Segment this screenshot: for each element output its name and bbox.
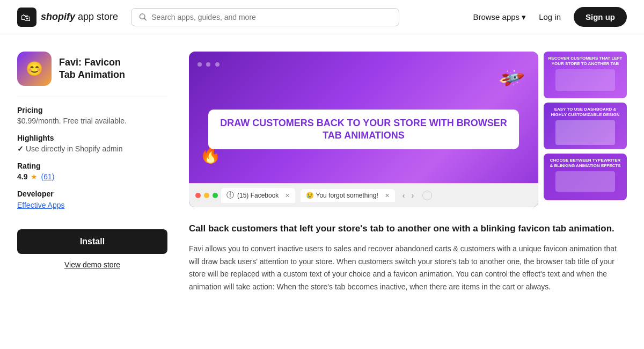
signup-button[interactable]: Sign up	[574, 7, 627, 27]
description-body: Favi allows you to convert inactive user…	[189, 243, 627, 294]
address-bar-icon	[422, 191, 432, 200]
hero-main-image: 🚀 DRAW CUSTOMERS BACK TO YOUR STORE WITH…	[189, 52, 538, 207]
thumbnail-3-title: CHOOSE BETWEEN TYPEWRITER & BLINKING ANI…	[548, 158, 623, 169]
thumbnail-2[interactable]: EASY TO USE DASHBOARD & HIGHLY CUSTOMIZA…	[544, 103, 627, 149]
chevron-down-icon: ▾	[522, 12, 526, 22]
thumbnail-2-title: EASY TO USE DASHBOARD & HIGHLY CUSTOMIZA…	[548, 107, 623, 118]
rating-number: 4.9	[17, 172, 27, 181]
window-maximize-dot	[213, 193, 218, 198]
login-button[interactable]: Log in	[539, 12, 561, 21]
app-title: Favi: Favicon Tab Animation	[59, 56, 125, 82]
thumbnail-1-inner: RECOVER CUSTOMERS THAT LEFT YOUR STORE T…	[544, 52, 627, 98]
pricing-value: $0.99/month. Free trial available.	[17, 117, 167, 125]
window-minimize-dot	[204, 193, 209, 198]
forward-button[interactable]: ›	[409, 190, 416, 201]
svg-line-3	[144, 18, 146, 20]
hero-headline-text: DRAW CUSTOMERS BACK TO YOUR STORE WITH B…	[219, 117, 508, 142]
install-button[interactable]: Install	[17, 229, 167, 254]
view-demo-button[interactable]: View demo store	[17, 260, 167, 269]
highlights-section: Highlights ✓ Use directly in Shopify adm…	[17, 134, 167, 153]
sidebar: 😊 Favi: Favicon Tab Animation Pricing $0…	[17, 52, 167, 294]
search-bar[interactable]	[131, 8, 399, 26]
thumbnail-3-inner: CHOOSE BETWEEN TYPEWRITER & BLINKING ANI…	[544, 154, 627, 200]
developer-section: Developer Effective Apps	[17, 190, 167, 210]
thumbnail-2-inner: EASY TO USE DASHBOARD & HIGHLY CUSTOMIZA…	[544, 103, 627, 149]
logo-text: shopify app store	[41, 11, 118, 23]
header: 🛍 shopify app store Browse apps ▾ Log in…	[0, 0, 644, 34]
tab-close-icon[interactable]: ✕	[285, 192, 290, 199]
thumbnail-1[interactable]: RECOVER CUSTOMERS THAT LEFT YOUR STORE T…	[544, 52, 627, 98]
app-identity: 😊 Favi: Favicon Tab Animation	[17, 52, 167, 86]
svg-text:🛍: 🛍	[21, 12, 31, 23]
search-input[interactable]	[151, 13, 391, 21]
sidebar-divider	[17, 97, 167, 97]
hero-browser-bar: ⓕ (15) Facebook ✕ 😢 You forgot something…	[189, 183, 538, 207]
hero-headline-box: DRAW CUSTOMERS BACK TO YOUR STORE WITH B…	[208, 110, 519, 150]
logo: 🛍 shopify app store	[17, 8, 118, 27]
rating-section: Rating 4.9 ★ (61)	[17, 162, 167, 181]
pricing-section: Pricing $0.99/month. Free trial availabl…	[17, 106, 167, 125]
shopify-logo-icon: 🛍	[17, 8, 36, 27]
browse-apps-button[interactable]: Browse apps ▾	[473, 12, 526, 22]
review-count[interactable]: (61)	[41, 172, 54, 181]
thumbnail-2-mockup	[555, 120, 615, 145]
back-button[interactable]: ‹	[400, 190, 407, 201]
thumbnail-3[interactable]: CHOOSE BETWEEN TYPEWRITER & BLINKING ANI…	[544, 154, 627, 200]
search-icon	[139, 13, 147, 21]
browser-nav-buttons: ‹ ›	[400, 190, 416, 201]
check-icon: ✓	[17, 144, 24, 153]
content-area: 🚀 DRAW CUSTOMERS BACK TO YOUR STORE WITH…	[189, 52, 627, 294]
hero-content: DRAW CUSTOMERS BACK TO YOUR STORE WITH B…	[189, 99, 538, 161]
description-section: Call back customers that left your store…	[189, 222, 627, 294]
developer-link[interactable]: Effective Apps	[17, 201, 64, 209]
star-icon: ★	[31, 172, 38, 181]
highlight-item: ✓ Use directly in Shopify admin	[17, 144, 167, 153]
hero-section: 🚀 DRAW CUSTOMERS BACK TO YOUR STORE WITH…	[189, 52, 627, 207]
thumbnail-1-title: RECOVER CUSTOMERS THAT LEFT YOUR STORE T…	[548, 56, 623, 67]
developer-label: Developer	[17, 190, 167, 198]
header-nav: Browse apps ▾ Log in Sign up	[473, 7, 627, 27]
tab-close-icon-2[interactable]: ✕	[385, 192, 390, 199]
pricing-label: Pricing	[17, 106, 167, 114]
window-close-dot	[195, 193, 201, 198]
rating-row: 4.9 ★ (61)	[17, 172, 167, 181]
thumbnail-1-mockup	[555, 69, 615, 91]
highlights-label: Highlights	[17, 134, 167, 142]
facebook-favicon: ⓕ	[226, 191, 234, 200]
main-content: 😊 Favi: Favicon Tab Animation Pricing $0…	[0, 34, 644, 311]
description-headline: Call back customers that left your store…	[189, 222, 627, 235]
tab-favi: 😢 You forgot something! ✕	[301, 189, 394, 202]
thumbnail-3-mockup	[555, 171, 615, 192]
thumbnail-list: RECOVER CUSTOMERS THAT LEFT YOUR STORE T…	[544, 52, 627, 207]
app-icon: 😊	[17, 52, 52, 86]
rating-label: Rating	[17, 162, 167, 170]
tab-facebook: ⓕ (15) Facebook ✕	[221, 188, 295, 203]
